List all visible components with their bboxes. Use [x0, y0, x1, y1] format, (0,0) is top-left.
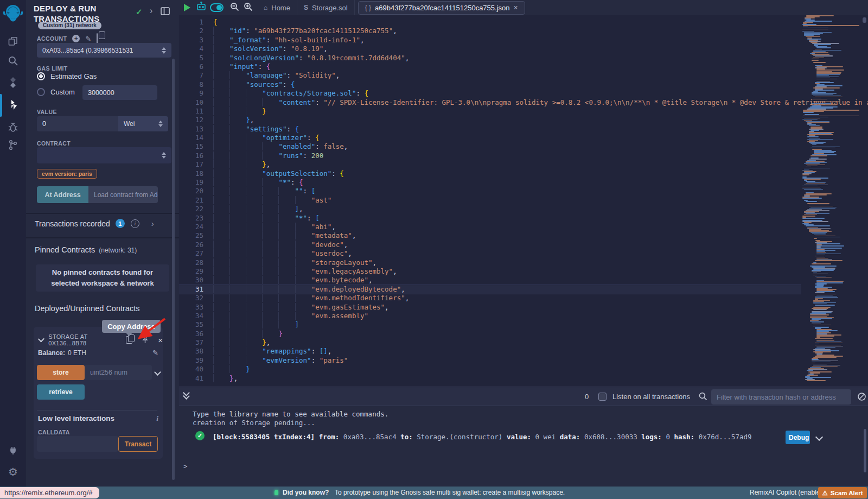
code-line: 14 "optimizer": {: [179, 134, 801, 142]
ai-assistant-icon[interactable]: [196, 2, 207, 14]
code-line: 18 "outputSelection": {: [179, 169, 801, 178]
tab-storage-sol[interactable]: S Storage.sol: [297, 0, 355, 15]
custom-gas-option[interactable]: Custom: [37, 88, 75, 96]
calldata-input[interactable]: [37, 436, 118, 452]
code-line: 20 "": [: [179, 187, 801, 195]
minimap-line: [810, 155, 827, 156]
radio-unselected-icon[interactable]: [37, 88, 45, 96]
code-editor[interactable]: 1{2 "id": "a69b43f277ba20fcac141151250ca…: [179, 15, 868, 387]
minimap-line: [807, 139, 833, 140]
deploy-run-panel: DEPLOY & RUN TRANSACTIONS ✓ › Custom (31…: [26, 0, 179, 487]
debugger-icon[interactable]: [0, 118, 26, 136]
close-tab-icon[interactable]: ×: [514, 3, 518, 12]
stepper-icon[interactable]: [158, 152, 166, 159]
minimap-line: [802, 31, 814, 32]
listen-label[interactable]: Listen on all transactions: [612, 393, 690, 401]
minimap-line: [813, 62, 826, 63]
code-line: 12 },: [179, 116, 801, 124]
minimap-line: [807, 380, 826, 381]
code-line: 1{: [179, 18, 801, 27]
add-account-icon[interactable]: +: [72, 35, 80, 42]
account-select[interactable]: 0xA03...85ac4 (0.39866531531: [37, 43, 171, 58]
stepper-icon[interactable]: [155, 121, 163, 127]
minimap-line: [809, 206, 833, 207]
zoom-out-icon[interactable]: [230, 2, 239, 14]
chevron-down-icon[interactable]: [154, 369, 161, 376]
value-unit-select[interactable]: Wei: [118, 116, 168, 131]
stepper-icon[interactable]: [158, 47, 166, 54]
tab-json-active[interactable]: { } a69b43f277ba20fcac141151250ca755.jso…: [358, 1, 525, 15]
deploy-and-run-icon[interactable]: [0, 96, 26, 115]
edit-icon[interactable]: ✎: [152, 349, 158, 357]
tab-label: Storage.sol: [312, 4, 348, 12]
no-pinned-line2: selected workspace & network: [51, 278, 154, 289]
panel-scrollbar[interactable]: [172, 59, 175, 480]
expand-log-icon[interactable]: [816, 433, 822, 441]
pin-panel-icon[interactable]: [161, 7, 170, 17]
panel-title: DEPLOY & RUN TRANSACTIONS: [34, 3, 137, 24]
plugin-manager-icon[interactable]: [0, 441, 26, 459]
minimap-line: [816, 70, 844, 71]
search-icon[interactable]: [0, 52, 26, 70]
retrieve-function-button[interactable]: retrieve: [37, 384, 85, 400]
info-icon[interactable]: i: [156, 414, 158, 423]
filter-transactions-input[interactable]: [711, 389, 851, 405]
editor-scrollbar[interactable]: [863, 17, 866, 23]
edit-account-icon[interactable]: ✎: [85, 35, 91, 43]
terminal-scrollbar[interactable]: [864, 429, 866, 472]
remix-logo-icon[interactable]: [2, 3, 24, 23]
minimap-line: [805, 114, 819, 115]
terminal-output[interactable]: Type the library name to see available c…: [179, 406, 868, 487]
git-icon[interactable]: [0, 136, 26, 154]
code-line: 35 ]: [179, 320, 801, 329]
copilot-status[interactable]: RemixAI Copilot (enabled): [750, 489, 826, 496]
estimated-gas-option[interactable]: Estimated Gas: [37, 72, 97, 80]
transact-button[interactable]: Transact: [118, 436, 158, 452]
chevron-right-icon[interactable]: ›: [151, 219, 154, 228]
minimap-line: [816, 72, 841, 73]
code-line: 39 "evmVersion": "paris": [179, 356, 801, 365]
minimap-line: [816, 74, 840, 75]
link-preview: https://remix.ethereum.org/#: [0, 487, 99, 498]
file-explorer-icon[interactable]: [0, 32, 26, 50]
transactions-recorded-row[interactable]: Transactions recorded 1 i ›: [35, 219, 170, 228]
code-line: 36 }: [179, 330, 801, 338]
copy-account-icon[interactable]: [97, 34, 98, 43]
solidity-compiler-icon[interactable]: [0, 73, 26, 92]
at-address-button[interactable]: At Address: [37, 186, 88, 203]
code-line: 24 "abi",: [179, 223, 801, 231]
load-contract-input[interactable]: Load contract from Addre: [88, 186, 158, 203]
minimap[interactable]: [801, 15, 861, 387]
copilot-toggle-icon[interactable]: [210, 3, 224, 12]
tab-home[interactable]: ⌂ Home: [257, 0, 297, 15]
terminal-prompt[interactable]: >: [183, 462, 188, 470]
low-level-header: Low level interactions i: [38, 414, 158, 423]
zoom-in-icon[interactable]: [244, 2, 253, 14]
store-argument-input[interactable]: [85, 365, 152, 380]
contract-select[interactable]: [37, 147, 171, 163]
chevron-down-icon[interactable]: [38, 336, 44, 342]
info-icon[interactable]: i: [131, 219, 139, 228]
store-function-button[interactable]: store: [37, 365, 85, 380]
transaction-log-text[interactable]: [block:5583405 txIndex:4] from: 0xa03...…: [213, 433, 751, 441]
minimap-line: [813, 273, 817, 274]
minimap-line: [807, 203, 829, 204]
debug-button[interactable]: Debug: [786, 431, 810, 444]
value-input[interactable]: [37, 116, 118, 131]
custom-gas-input[interactable]: [82, 85, 157, 100]
chevron-right-icon[interactable]: ›: [150, 6, 152, 16]
minimap-line: [807, 182, 826, 184]
clear-terminal-icon[interactable]: [857, 392, 866, 403]
scam-alert-button[interactable]: ⚠ Scam Alert: [818, 487, 867, 498]
balance-value: 0 ETH: [68, 349, 86, 357]
radio-selected-icon[interactable]: [37, 72, 45, 80]
evm-version-badge: evm version: paris: [37, 169, 97, 179]
minimap-line: [813, 50, 841, 51]
minimap-line: [815, 297, 838, 298]
listen-checkbox[interactable]: [598, 393, 607, 401]
run-script-icon[interactable]: [184, 4, 190, 11]
code-line: 8 "sources": {: [179, 80, 801, 89]
minimap-line: [804, 185, 828, 186]
collapse-terminal-icon[interactable]: [184, 392, 189, 399]
settings-gear-icon[interactable]: ⚙: [0, 463, 26, 481]
